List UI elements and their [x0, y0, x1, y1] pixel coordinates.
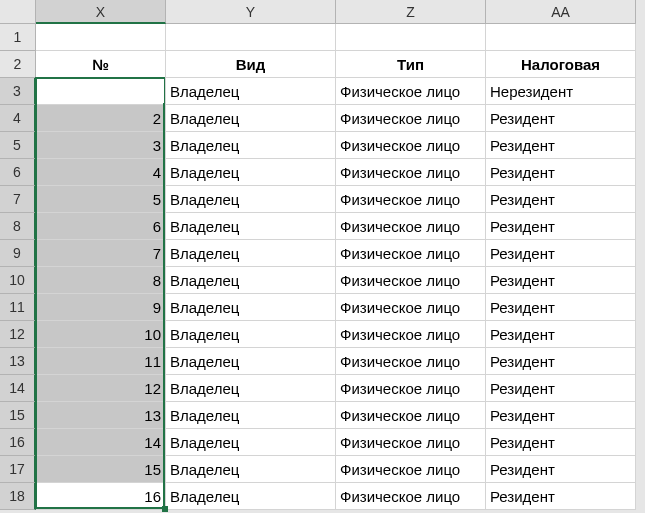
row-header-17[interactable]: 17: [0, 456, 36, 483]
row-header-9[interactable]: 9: [0, 240, 36, 267]
cell-AA7[interactable]: Резидент: [486, 186, 636, 213]
cell-X10[interactable]: 8: [36, 267, 166, 294]
table-row: 2ВладелецФизическое лицоРезидент: [36, 105, 636, 132]
row-header-10[interactable]: 10: [0, 267, 36, 294]
cell-X15[interactable]: 13: [36, 402, 166, 429]
cell-Y5[interactable]: Владелец: [166, 132, 336, 159]
row-header-6[interactable]: 6: [0, 159, 36, 186]
row-header-13[interactable]: 13: [0, 348, 36, 375]
cell-Z8[interactable]: Физическое лицо: [336, 213, 486, 240]
cell-Y15[interactable]: Владелец: [166, 402, 336, 429]
cell-Z17[interactable]: Физическое лицо: [336, 456, 486, 483]
row-header-11[interactable]: 11: [0, 294, 36, 321]
row-header-8[interactable]: 8: [0, 213, 36, 240]
cell-AA12[interactable]: Резидент: [486, 321, 636, 348]
cell-Z18[interactable]: Физическое лицо: [336, 483, 486, 510]
cell-Z15[interactable]: Физическое лицо: [336, 402, 486, 429]
row-header-18[interactable]: 18: [0, 483, 36, 510]
table-row: 9ВладелецФизическое лицоРезидент: [36, 294, 636, 321]
cell-Y16[interactable]: Владелец: [166, 429, 336, 456]
cell-Y1[interactable]: [166, 24, 336, 51]
cell-X4[interactable]: 2: [36, 105, 166, 132]
row-header-14[interactable]: 14: [0, 375, 36, 402]
cell-AA5[interactable]: Резидент: [486, 132, 636, 159]
cell-Z7[interactable]: Физическое лицо: [336, 186, 486, 213]
cell-Z12[interactable]: Физическое лицо: [336, 321, 486, 348]
row-header-12[interactable]: 12: [0, 321, 36, 348]
cell-Z6[interactable]: Физическое лицо: [336, 159, 486, 186]
row-header-1[interactable]: 1: [0, 24, 36, 51]
cell-X17[interactable]: 15: [36, 456, 166, 483]
cell-Z5[interactable]: Физическое лицо: [336, 132, 486, 159]
cell-AA6[interactable]: Резидент: [486, 159, 636, 186]
cell-X18[interactable]: 16: [36, 483, 166, 510]
cell-Y13[interactable]: Владелец: [166, 348, 336, 375]
column-header-AA[interactable]: AA: [486, 0, 636, 24]
cell-Y12[interactable]: Владелец: [166, 321, 336, 348]
cell-Y17[interactable]: Владелец: [166, 456, 336, 483]
row-header-2[interactable]: 2: [0, 51, 36, 78]
column-header-Y[interactable]: Y: [166, 0, 336, 24]
row-header-5[interactable]: 5: [0, 132, 36, 159]
cell-X8[interactable]: 6: [36, 213, 166, 240]
cell-X5[interactable]: 3: [36, 132, 166, 159]
cell-Y11[interactable]: Владелец: [166, 294, 336, 321]
cell-X11[interactable]: 9: [36, 294, 166, 321]
cell-AA14[interactable]: Резидент: [486, 375, 636, 402]
cell-AA3[interactable]: Нерезидент: [486, 78, 636, 105]
row-header-15[interactable]: 15: [0, 402, 36, 429]
cell-Y6[interactable]: Владелец: [166, 159, 336, 186]
cell-AA18[interactable]: Резидент: [486, 483, 636, 510]
cell-X7[interactable]: 5: [36, 186, 166, 213]
cell-Y18[interactable]: Владелец: [166, 483, 336, 510]
cell-Y10[interactable]: Владелец: [166, 267, 336, 294]
row-header-16[interactable]: 16: [0, 429, 36, 456]
cell-Z14[interactable]: Физическое лицо: [336, 375, 486, 402]
column-header-X[interactable]: X: [36, 0, 166, 24]
cell-AA1[interactable]: [486, 24, 636, 51]
cell-Y4[interactable]: Владелец: [166, 105, 336, 132]
cell-X9[interactable]: 7: [36, 240, 166, 267]
cell-AA4[interactable]: Резидент: [486, 105, 636, 132]
cell-Z2[interactable]: Тип: [336, 51, 486, 78]
cell-X16[interactable]: 14: [36, 429, 166, 456]
cell-X2[interactable]: №: [36, 51, 166, 78]
cell-X1[interactable]: [36, 24, 166, 51]
row-header-3[interactable]: 3: [0, 78, 36, 105]
column-header-Z[interactable]: Z: [336, 0, 486, 24]
cell-X6[interactable]: 4: [36, 159, 166, 186]
cell-AA9[interactable]: Резидент: [486, 240, 636, 267]
row-header-4[interactable]: 4: [0, 105, 36, 132]
cell-AA13[interactable]: Резидент: [486, 348, 636, 375]
table-row: 5ВладелецФизическое лицоРезидент: [36, 186, 636, 213]
row-header-7[interactable]: 7: [0, 186, 36, 213]
cell-Z11[interactable]: Физическое лицо: [336, 294, 486, 321]
cell-AA11[interactable]: Резидент: [486, 294, 636, 321]
cell-AA2[interactable]: Налоговая: [486, 51, 636, 78]
cell-X14[interactable]: 12: [36, 375, 166, 402]
cell-Z9[interactable]: Физическое лицо: [336, 240, 486, 267]
cell-Z4[interactable]: Физическое лицо: [336, 105, 486, 132]
cell-X12[interactable]: 10: [36, 321, 166, 348]
cell-Z3[interactable]: Физическое лицо: [336, 78, 486, 105]
cell-AA10[interactable]: Резидент: [486, 267, 636, 294]
select-all-corner[interactable]: [0, 0, 36, 24]
cell-Z16[interactable]: Физическое лицо: [336, 429, 486, 456]
cell-Z10[interactable]: Физическое лицо: [336, 267, 486, 294]
cell-X3[interactable]: 1: [36, 78, 166, 105]
cell-Y7[interactable]: Владелец: [166, 186, 336, 213]
cell-AA16[interactable]: Резидент: [486, 429, 636, 456]
cell-Y14[interactable]: Владелец: [166, 375, 336, 402]
cell-grid[interactable]: №ВидТипНалоговая1ВладелецФизическое лицо…: [36, 24, 636, 510]
cell-Z1[interactable]: [336, 24, 486, 51]
cell-Z13[interactable]: Физическое лицо: [336, 348, 486, 375]
table-row: 4ВладелецФизическое лицоРезидент: [36, 159, 636, 186]
cell-Y3[interactable]: Владелец: [166, 78, 336, 105]
cell-Y9[interactable]: Владелец: [166, 240, 336, 267]
cell-Y2[interactable]: Вид: [166, 51, 336, 78]
cell-AA17[interactable]: Резидент: [486, 456, 636, 483]
cell-AA8[interactable]: Резидент: [486, 213, 636, 240]
cell-AA15[interactable]: Резидент: [486, 402, 636, 429]
cell-Y8[interactable]: Владелец: [166, 213, 336, 240]
cell-X13[interactable]: 11: [36, 348, 166, 375]
